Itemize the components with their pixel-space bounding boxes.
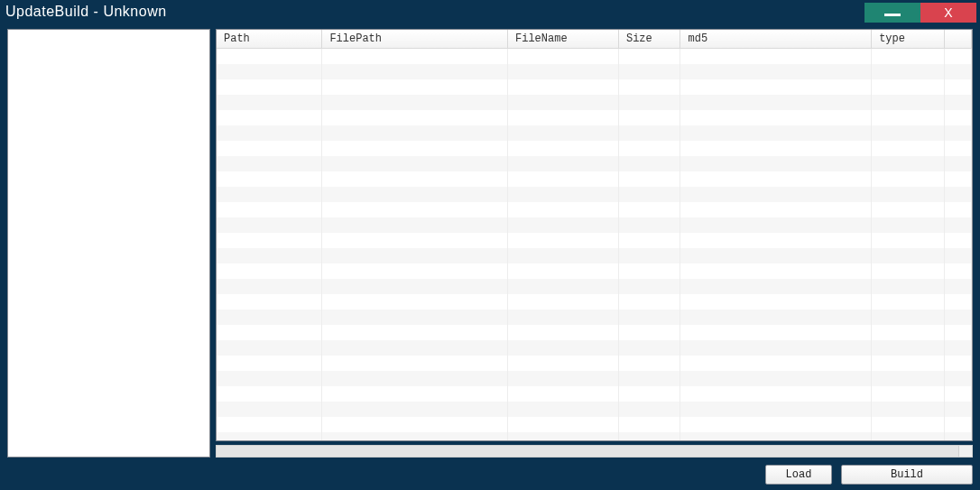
cell-filepath bbox=[322, 432, 508, 442]
cell-pad bbox=[944, 233, 971, 248]
cell-pad bbox=[944, 356, 971, 371]
table-row bbox=[217, 49, 972, 64]
cell-pad bbox=[944, 432, 971, 442]
cell-md5 bbox=[680, 279, 872, 294]
table-row bbox=[217, 202, 972, 217]
cell-path bbox=[217, 340, 322, 356]
cell-type bbox=[872, 356, 945, 371]
cell-type bbox=[872, 233, 945, 248]
cell-type bbox=[872, 79, 945, 95]
table-row bbox=[217, 110, 972, 125]
cell-size bbox=[618, 310, 680, 325]
table-row bbox=[217, 64, 972, 79]
cell-filename bbox=[508, 310, 619, 325]
cell-filename bbox=[508, 325, 619, 340]
cell-pad bbox=[944, 371, 971, 386]
column-header-path[interactable]: Path bbox=[217, 30, 322, 49]
cell-size bbox=[618, 110, 680, 125]
cell-md5 bbox=[680, 417, 872, 432]
cell-type bbox=[872, 217, 945, 233]
load-button[interactable]: Load bbox=[765, 465, 832, 485]
column-header-type[interactable]: type bbox=[872, 30, 945, 49]
cell-pad bbox=[944, 294, 971, 310]
cell-md5 bbox=[680, 156, 872, 171]
cell-path bbox=[217, 294, 322, 310]
cell-path bbox=[217, 402, 322, 417]
cell-path bbox=[217, 432, 322, 442]
table-row bbox=[217, 371, 972, 386]
table-row bbox=[217, 325, 972, 340]
column-header-filepath[interactable]: FilePath bbox=[322, 30, 508, 49]
cell-size bbox=[618, 79, 680, 95]
cell-pad bbox=[944, 310, 971, 325]
table-row bbox=[217, 233, 972, 248]
column-header-filename[interactable]: FileName bbox=[508, 30, 619, 49]
table-row bbox=[217, 141, 972, 156]
column-header-pad[interactable] bbox=[944, 30, 971, 49]
cell-md5 bbox=[680, 432, 872, 442]
cell-type bbox=[872, 202, 945, 217]
table-row bbox=[217, 340, 972, 356]
table-row bbox=[217, 79, 972, 95]
table-row bbox=[217, 217, 972, 233]
load-button-label: Load bbox=[786, 468, 812, 481]
cell-filepath bbox=[322, 310, 508, 325]
cell-md5 bbox=[680, 141, 872, 156]
cell-filename bbox=[508, 371, 619, 386]
cell-type bbox=[872, 432, 945, 442]
cell-md5 bbox=[680, 217, 872, 233]
cell-path bbox=[217, 386, 322, 402]
cell-type bbox=[872, 294, 945, 310]
cell-filename bbox=[508, 79, 619, 95]
cell-md5 bbox=[680, 125, 872, 141]
cell-filename bbox=[508, 64, 619, 79]
cell-filepath bbox=[322, 248, 508, 263]
window-controls: X bbox=[864, 3, 976, 23]
cell-path bbox=[217, 171, 322, 187]
cell-pad bbox=[944, 340, 971, 356]
left-tree-panel[interactable] bbox=[7, 29, 210, 458]
cell-filepath bbox=[322, 141, 508, 156]
cell-pad bbox=[944, 141, 971, 156]
column-header-size[interactable]: Size bbox=[618, 30, 680, 49]
file-table[interactable]: PathFilePathFileNameSizemd5type bbox=[216, 29, 973, 441]
cell-md5 bbox=[680, 79, 872, 95]
cell-filename bbox=[508, 263, 619, 279]
cell-path bbox=[217, 371, 322, 386]
cell-size bbox=[618, 125, 680, 141]
column-header-md5[interactable]: md5 bbox=[680, 30, 872, 49]
cell-size bbox=[618, 202, 680, 217]
cell-filepath bbox=[322, 125, 508, 141]
cell-filename bbox=[508, 432, 619, 442]
cell-pad bbox=[944, 417, 971, 432]
cell-type bbox=[872, 340, 945, 356]
cell-filename bbox=[508, 340, 619, 356]
cell-md5 bbox=[680, 95, 872, 110]
table-row bbox=[217, 386, 972, 402]
cell-size bbox=[618, 141, 680, 156]
cell-size bbox=[618, 217, 680, 233]
cell-pad bbox=[944, 110, 971, 125]
cell-size bbox=[618, 233, 680, 248]
cell-pad bbox=[944, 217, 971, 233]
table-row bbox=[217, 417, 972, 432]
build-button[interactable]: Build bbox=[841, 465, 973, 485]
cell-filename bbox=[508, 386, 619, 402]
table-row bbox=[217, 432, 972, 442]
minimize-button[interactable] bbox=[864, 3, 920, 23]
table-row bbox=[217, 248, 972, 263]
cell-pad bbox=[944, 402, 971, 417]
cell-filepath bbox=[322, 64, 508, 79]
cell-filename bbox=[508, 202, 619, 217]
horizontal-scrollbar[interactable] bbox=[216, 445, 973, 458]
table-row bbox=[217, 294, 972, 310]
cell-filename bbox=[508, 279, 619, 294]
cell-path bbox=[217, 49, 322, 64]
cell-filepath bbox=[322, 156, 508, 171]
cell-filepath bbox=[322, 340, 508, 356]
window-title: UpdateBuild - Unknown bbox=[5, 4, 167, 20]
table-row bbox=[217, 310, 972, 325]
cell-path bbox=[217, 279, 322, 294]
scrollbar-thumb[interactable] bbox=[217, 446, 959, 457]
close-button[interactable]: X bbox=[920, 3, 976, 23]
